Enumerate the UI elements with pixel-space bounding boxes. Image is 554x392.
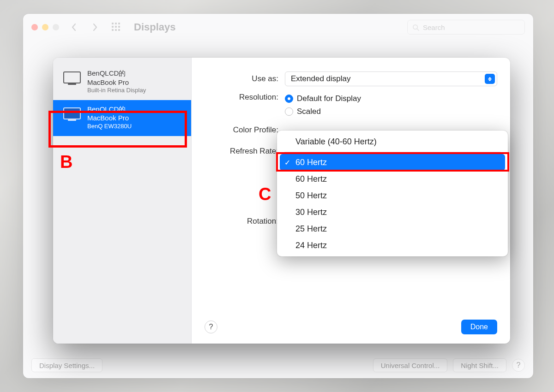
menu-item-25hz[interactable]: 25 Hertz <box>280 220 505 237</box>
device-line2: MacBook Pro <box>87 78 146 87</box>
monitor-icon <box>63 107 81 119</box>
device-line1: BenQLCD的 <box>87 69 146 78</box>
display-device-external[interactable]: BenQLCD的 MacBook Pro BenQ EW3280U <box>53 100 191 136</box>
radio-label: Default for Display <box>297 94 361 103</box>
radio-icon <box>285 107 293 116</box>
menu-separator <box>284 152 500 152</box>
resolution-default-radio[interactable]: Default for Display <box>285 94 361 103</box>
menu-item-30hz[interactable]: 30 Hertz <box>280 204 505 220</box>
menu-item-60hz-selected[interactable]: 60 Hertz <box>280 154 505 171</box>
device-line3: Built-in Retina Display <box>87 87 146 95</box>
resolution-label: Resolution: <box>205 93 278 102</box>
annotation-label-c: C <box>259 184 271 204</box>
resolution-scaled-radio[interactable]: Scaled <box>285 107 361 116</box>
device-line1: BenQLCD的 <box>87 105 132 114</box>
display-list-sidebar: BenQLCD的 MacBook Pro Built-in Retina Dis… <box>53 58 192 344</box>
menu-item-50hz[interactable]: 50 Hertz <box>280 187 505 204</box>
use-as-popup[interactable]: Extended display <box>285 71 497 86</box>
device-line3: BenQ EW3280U <box>87 123 132 131</box>
menu-item-24hz[interactable]: 24 Hertz <box>280 237 505 254</box>
menu-item-60hz[interactable]: 60 Hertz <box>280 171 505 187</box>
done-button[interactable]: Done <box>461 320 497 334</box>
refresh-rate-label: Refresh Rate: <box>205 147 278 156</box>
chevron-updown-icon <box>485 74 495 84</box>
annotation-label-b: B <box>60 152 72 172</box>
color-profile-label: Color Profile: <box>205 125 278 135</box>
radio-icon <box>285 95 293 103</box>
use-as-value: Extended display <box>291 74 350 83</box>
menu-header[interactable]: Variable (40-60 Hertz) <box>280 133 505 150</box>
rotation-label: Rotation: <box>205 217 278 226</box>
refresh-rate-menu: Variable (40-60 Hertz) 60 Hertz 60 Hertz… <box>277 131 508 256</box>
device-line2: MacBook Pro <box>87 113 132 123</box>
monitor-icon <box>63 71 81 83</box>
sheet-help-button[interactable]: ? <box>205 321 217 333</box>
display-device-builtin[interactable]: BenQLCD的 MacBook Pro Built-in Retina Dis… <box>53 64 191 100</box>
radio-label: Scaled <box>297 107 321 116</box>
use-as-label: Use as: <box>205 74 278 83</box>
